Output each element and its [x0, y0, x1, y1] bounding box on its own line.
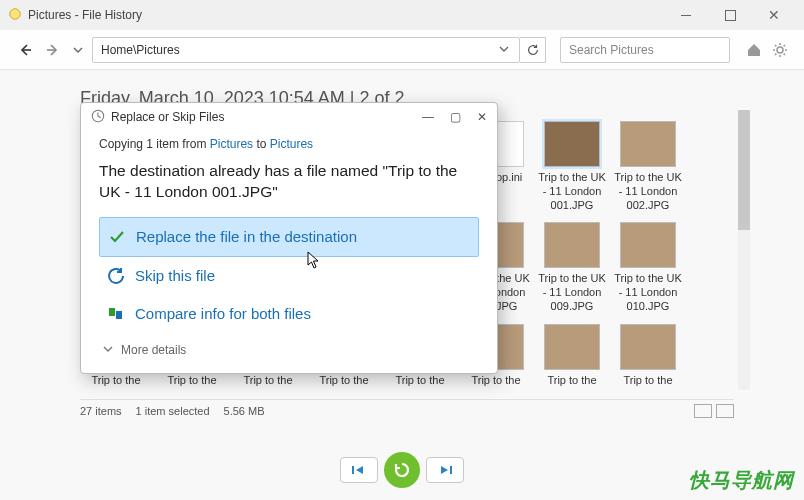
copying-info: Copying 1 item from Pictures to Pictures [99, 137, 479, 151]
more-details-toggle[interactable]: More details [99, 333, 479, 359]
forward-button[interactable] [42, 39, 64, 61]
status-selected: 1 item selected [136, 405, 210, 417]
refresh-button[interactable] [520, 37, 546, 63]
replace-option[interactable]: Replace the file in the destination [99, 217, 479, 257]
compare-icon [107, 305, 125, 323]
destination-link[interactable]: Pictures [270, 137, 313, 151]
replace-or-skip-dialog: Replace or Skip Files — ▢ ✕ Copying 1 it… [80, 102, 498, 374]
search-input[interactable]: Search Pictures [560, 37, 730, 63]
compare-option[interactable]: Compare info for both files [99, 295, 479, 333]
conflict-message: The destination already has a file named… [99, 161, 479, 203]
gear-icon[interactable] [770, 40, 790, 60]
dialog-titlebar: Replace or Skip Files — ▢ ✕ [81, 103, 497, 131]
check-icon [108, 228, 126, 246]
list-item[interactable]: Trip to the [536, 324, 608, 388]
home-icon[interactable] [744, 40, 764, 60]
list-item[interactable]: Trip to the UK - 11 London 002.JPG [612, 121, 684, 212]
svg-point-1 [777, 47, 783, 53]
toolbar: Home\Pictures Search Pictures [0, 30, 804, 70]
address-dropdown-icon[interactable] [497, 43, 511, 57]
status-bar: 27 items 1 item selected 5.56 MB [80, 399, 734, 418]
app-icon [8, 7, 22, 24]
status-size: 5.56 MB [224, 405, 265, 417]
list-item[interactable]: Trip to the UK - 11 London 010.JPG [612, 222, 684, 313]
compare-option-label: Compare info for both files [135, 305, 311, 322]
minimize-button[interactable] [664, 0, 708, 30]
search-placeholder: Search Pictures [569, 43, 654, 57]
view-thumbnails-button[interactable] [716, 404, 734, 418]
view-details-button[interactable] [694, 404, 712, 418]
more-details-label: More details [121, 343, 186, 357]
scrollbar[interactable] [738, 110, 750, 390]
back-button[interactable] [14, 39, 36, 61]
status-count: 27 items [80, 405, 122, 417]
dialog-maximize-button[interactable]: ▢ [450, 110, 461, 124]
svg-rect-2 [352, 466, 354, 474]
clock-icon [91, 109, 105, 126]
svg-rect-5 [109, 308, 115, 316]
svg-point-0 [10, 8, 21, 19]
titlebar: Pictures - File History ✕ [0, 0, 804, 30]
svg-rect-6 [116, 311, 122, 319]
maximize-button[interactable] [708, 0, 752, 30]
source-link[interactable]: Pictures [210, 137, 253, 151]
svg-rect-3 [450, 466, 452, 474]
scrollbar-thumb[interactable] [738, 110, 750, 230]
dialog-title: Replace or Skip Files [111, 110, 224, 124]
next-version-button[interactable] [426, 457, 464, 483]
skip-icon [107, 267, 125, 285]
dialog-close-button[interactable]: ✕ [477, 110, 487, 124]
watermark: 快马导航网 [689, 467, 794, 494]
list-item[interactable]: Trip to the UK - 11 London 009.JPG [536, 222, 608, 313]
restore-button[interactable] [384, 452, 420, 488]
history-controls [0, 450, 804, 490]
address-bar[interactable]: Home\Pictures [92, 37, 520, 63]
history-dropdown-icon[interactable] [70, 39, 86, 61]
replace-option-label: Replace the file in the destination [136, 228, 357, 245]
address-text: Home\Pictures [101, 43, 497, 57]
close-button[interactable]: ✕ [752, 0, 796, 30]
skip-option-label: Skip this file [135, 267, 215, 284]
list-item[interactable]: Trip to the [612, 324, 684, 388]
dialog-minimize-button[interactable]: — [422, 110, 434, 124]
chevron-down-icon [103, 343, 113, 357]
previous-version-button[interactable] [340, 457, 378, 483]
skip-option[interactable]: Skip this file [99, 257, 479, 295]
window-title: Pictures - File History [28, 8, 142, 22]
list-item[interactable]: Trip to the UK - 11 London 001.JPG [536, 121, 608, 212]
